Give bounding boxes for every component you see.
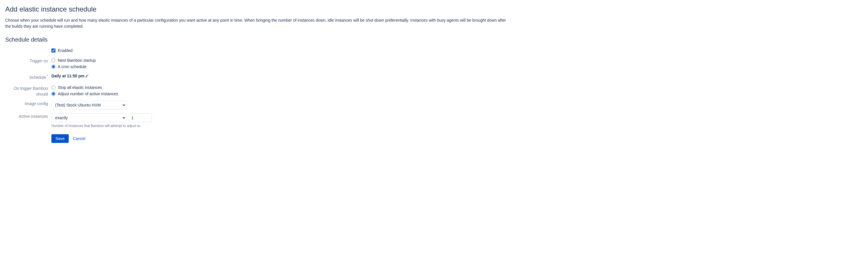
trigger-on-label: Trigger on <box>5 57 52 63</box>
active-instances-help: Number of instances that Bamboo will att… <box>52 124 863 128</box>
on-trigger-stop-label[interactable]: Stop all elastic instances <box>58 85 102 90</box>
page-title: Add elastic instance schedule <box>5 5 863 13</box>
active-instances-mode-select[interactable]: exactly <box>52 114 126 122</box>
active-instances-count-input[interactable] <box>129 114 152 122</box>
image-config-label: Image config <box>5 100 52 106</box>
on-trigger-adjust-radio[interactable] <box>52 92 56 96</box>
schedule-value: Daily at 11:50 pm <box>52 73 84 78</box>
enabled-label[interactable]: Enabled <box>58 48 72 53</box>
enabled-checkbox[interactable] <box>52 49 56 53</box>
on-trigger-adjust-label[interactable]: Adjust number of active instances <box>58 92 118 96</box>
trigger-startup-label[interactable]: Next Bamboo startup <box>58 58 96 63</box>
section-heading: Schedule details <box>5 36 863 43</box>
schedule-form: Enabled Trigger on Next Bamboo startup A… <box>5 48 863 143</box>
schedule-label: Schedule <box>5 73 52 80</box>
save-button[interactable]: Save <box>52 134 69 143</box>
page-description: Choose when your schedule will run and h… <box>5 17 510 29</box>
active-instances-label: Active instances <box>5 113 52 119</box>
trigger-cron-radio[interactable] <box>52 65 56 69</box>
image-config-select[interactable]: (Test) Stock Ubuntu HVM <box>52 101 126 110</box>
trigger-startup-radio[interactable] <box>52 58 56 62</box>
pencil-icon[interactable] <box>85 74 89 78</box>
cancel-button[interactable]: Cancel <box>73 136 86 141</box>
on-trigger-stop-radio[interactable] <box>52 86 56 90</box>
trigger-cron-label[interactable]: A cron schedule <box>58 64 87 69</box>
on-trigger-label: On trigger Bamboo should <box>5 85 52 97</box>
